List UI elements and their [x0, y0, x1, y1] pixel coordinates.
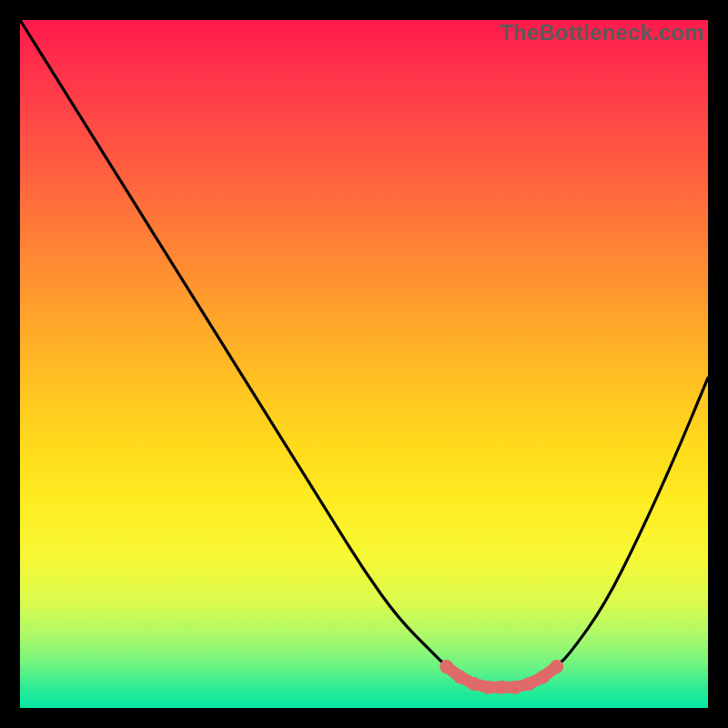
- chart-frame: TheBottleneck.com: [20, 20, 708, 708]
- gradient-background: [20, 20, 708, 708]
- watermark-text: TheBottleneck.com: [500, 20, 704, 46]
